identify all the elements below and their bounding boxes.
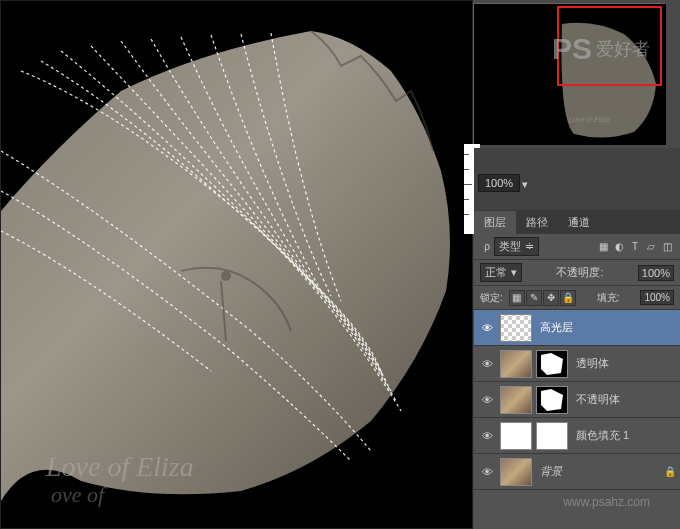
layer-name-label[interactable]: 透明体 (576, 356, 609, 371)
svg-point-0 (222, 272, 230, 280)
visibility-eye-icon[interactable]: 👁 (478, 394, 496, 406)
zoom-value[interactable]: 100% (478, 174, 520, 192)
lock-fill-row: 锁定: ▦ ✎ ✥ 🔒 填充: 100% (474, 286, 680, 310)
zoom-dropdown-icon[interactable]: ▾ (522, 178, 528, 191)
visibility-eye-icon[interactable]: 👁 (478, 322, 496, 334)
veil-image (1, 31, 471, 501)
layer-name-label[interactable]: 背景 (540, 464, 566, 479)
tab-layers[interactable]: 图层 (474, 211, 516, 234)
layer-thumbnail[interactable] (500, 386, 532, 414)
visibility-eye-icon[interactable]: 👁 (478, 358, 496, 370)
layer-filter-row: ρ 类型 ≑ ▦ ◐ T ▱ ◫ (474, 234, 680, 260)
layer-thumbnail[interactable] (500, 350, 532, 378)
layer-name-label[interactable]: 不透明体 (576, 392, 620, 407)
lock-position-icon[interactable]: ✥ (543, 290, 559, 306)
visibility-eye-icon[interactable]: 👁 (478, 466, 496, 478)
layer-thumbnail[interactable] (500, 458, 532, 486)
image-watermark-main: Love of Eliza (46, 451, 194, 483)
fill-label: 填充: (597, 291, 620, 305)
layers-panel: ρ 类型 ≑ ▦ ◐ T ▱ ◫ 正常 ▾ 不透明度: 100% 锁定: ▦ ✎… (474, 234, 680, 529)
layer-row[interactable]: 👁高光层 (474, 310, 680, 346)
lock-icon: 🔒 (664, 466, 676, 477)
layer-row[interactable]: 👁透明体 (474, 346, 680, 382)
filter-shape-icon[interactable]: ▱ (644, 240, 658, 254)
layer-name-label[interactable]: 高光层 (540, 320, 573, 335)
layer-row[interactable]: 👁背景🔒 (474, 454, 680, 490)
navigator-view-box[interactable] (557, 6, 662, 86)
layers-list: 👁高光层👁透明体👁不透明体👁颜色填充 1👁背景🔒 (474, 310, 680, 490)
filter-kind-icon[interactable]: ρ (480, 240, 494, 254)
filter-smart-icon[interactable]: ◫ (660, 240, 674, 254)
navigator-thumbnail[interactable]: Love of Eliza (473, 3, 665, 144)
fill-value[interactable]: 100% (640, 290, 674, 305)
layer-row[interactable]: 👁不透明体 (474, 382, 680, 418)
lock-label: 锁定: (480, 291, 503, 305)
visibility-eye-icon[interactable]: 👁 (478, 430, 496, 442)
tab-channels[interactable]: 通道 (558, 211, 600, 234)
filter-kind-select[interactable]: 类型 ≑ (494, 237, 539, 256)
filter-adjust-icon[interactable]: ◐ (612, 240, 626, 254)
layer-mask-thumbnail[interactable] (536, 350, 568, 378)
lock-pixels-icon[interactable]: ✎ (526, 290, 542, 306)
lock-all-icon[interactable]: 🔒 (560, 290, 576, 306)
panel-tabs: 图层 路径 通道 (474, 210, 680, 234)
navigator-panel-footer: 100% ▾ (474, 148, 680, 210)
filter-pixel-icon[interactable]: ▦ (596, 240, 610, 254)
filter-kind-label: 类型 (499, 239, 521, 254)
blend-mode-select[interactable]: 正常 ▾ (480, 263, 522, 282)
opacity-value[interactable]: 100% (638, 265, 674, 281)
image-watermark-sub: ove of (51, 482, 104, 508)
opacity-label: 不透明度: (556, 265, 603, 280)
dropdown-icon: ≑ (525, 240, 534, 253)
layer-thumbnail[interactable] (500, 422, 532, 450)
svg-text:Love of Eliza: Love of Eliza (569, 116, 609, 123)
blend-opacity-row: 正常 ▾ 不透明度: 100% (474, 260, 680, 286)
filter-type-icon[interactable]: T (628, 240, 642, 254)
layer-name-label[interactable]: 颜色填充 1 (576, 428, 629, 443)
layer-row[interactable]: 👁颜色填充 1 (474, 418, 680, 454)
dropdown-icon: ▾ (511, 266, 517, 279)
layer-mask-thumbnail[interactable] (536, 422, 568, 450)
blend-mode-label: 正常 (485, 265, 507, 280)
layer-mask-thumbnail[interactable] (536, 386, 568, 414)
tab-paths[interactable]: 路径 (516, 211, 558, 234)
canvas-viewport[interactable]: Love of Eliza ove of (0, 0, 473, 529)
lock-transparent-icon[interactable]: ▦ (509, 290, 525, 306)
layer-thumbnail[interactable] (500, 314, 532, 342)
